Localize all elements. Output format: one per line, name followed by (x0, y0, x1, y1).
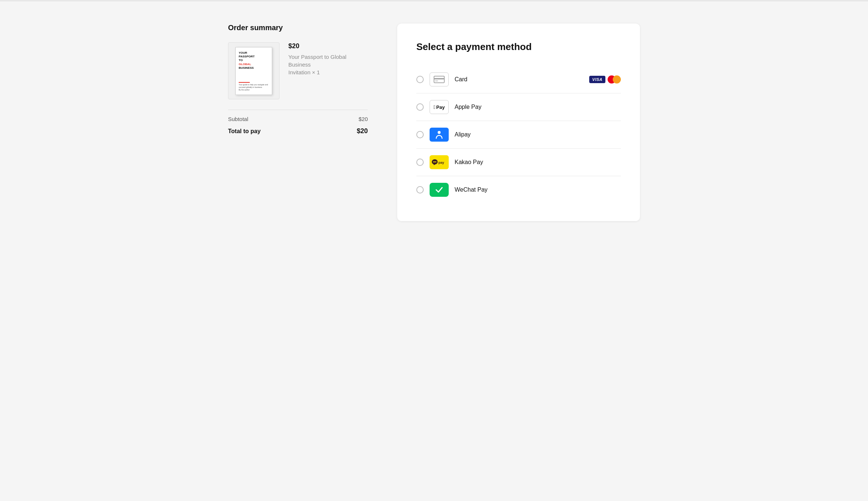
payment-panel: Select a payment method Card VISA (397, 24, 640, 221)
wechat-svg (433, 184, 445, 196)
product-details: $20 Your Passport to Global Business Inv… (288, 42, 368, 76)
page-content: Order summary YOURPASSPORTTOGLOBALBUSINE… (213, 24, 655, 221)
total-row: Total to pay $20 (228, 127, 368, 135)
radio-card[interactable] (416, 76, 424, 83)
kakaopay-icon: pay (430, 155, 449, 169)
product-quantity: Invitation × 1 (288, 69, 320, 75)
svg-point-6 (434, 161, 435, 163)
total-value: $20 (357, 127, 368, 135)
mastercard-badge (608, 75, 621, 84)
product-image: YOURPASSPORTTOGLOBALBUSINESS Your guide … (228, 42, 280, 99)
product-title-text: YOURPASSPORTTOGLOBALBUSINESS (239, 51, 269, 70)
total-label: Total to pay (228, 128, 261, 135)
product-image-inner: YOURPASSPORTTOGLOBALBUSINESS Your guide … (235, 47, 272, 95)
product-name: Your Passport to Global Business Invitat… (288, 53, 368, 76)
book-author: By the author (239, 89, 269, 91)
svg-point-5 (433, 161, 434, 163)
book-bottom: Your guide to help you navigate andsucce… (239, 81, 269, 91)
kakaopay-label: Kakao Pay (455, 159, 483, 166)
book-title-line1: YOURPASSPORTTOGLOBALBUSINESS (239, 51, 269, 70)
radio-alipay[interactable] (416, 131, 424, 138)
card-svg (433, 75, 445, 84)
applepay-text:  Pay (434, 104, 445, 110)
payment-title: Select a payment method (416, 41, 621, 53)
radio-applepay[interactable] (416, 103, 424, 111)
alipay-label: Alipay (455, 131, 471, 138)
card-badges: VISA (589, 75, 621, 84)
card-icon (430, 72, 449, 86)
payment-option-wechat[interactable]: WeChat Pay (416, 176, 621, 203)
book-redline (239, 82, 250, 83)
product-price: $20 (288, 42, 368, 50)
radio-kakaopay[interactable] (416, 159, 424, 166)
radio-wechat[interactable] (416, 186, 424, 193)
alipay-icon (430, 128, 449, 142)
wechat-icon (430, 183, 449, 197)
product-name-text: Your Passport to Global Business (288, 54, 346, 68)
payment-option-kakaopay[interactable]: pay Kakao Pay (416, 149, 621, 176)
book-subtitle: Your guide to help you navigate andsucce… (239, 84, 269, 89)
order-summary-title: Order summary (228, 24, 368, 32)
top-bar (0, 0, 868, 1)
kakaopay-svg: pay (431, 159, 447, 166)
mc-circle-orange (613, 75, 621, 84)
payment-option-applepay[interactable]:  Pay Apple Pay (416, 93, 621, 121)
card-label: Card (455, 76, 467, 83)
svg-point-7 (435, 161, 437, 163)
applepay-label: Apple Pay (455, 104, 481, 110)
apple-symbol:  (434, 104, 435, 110)
product-row: YOURPASSPORTTOGLOBALBUSINESS Your guide … (228, 42, 368, 99)
order-divider (228, 110, 368, 110)
subtotal-value: $20 (359, 116, 368, 122)
wechat-label: WeChat Pay (455, 186, 488, 193)
order-summary: Order summary YOURPASSPORTTOGLOBALBUSINE… (228, 24, 368, 135)
applepay-icon:  Pay (430, 100, 449, 114)
alipay-svg (434, 129, 444, 140)
payment-option-card[interactable]: Card VISA (416, 66, 621, 93)
svg-rect-1 (434, 78, 444, 79)
visa-badge: VISA (589, 76, 605, 83)
subtotal-label: Subtotal (228, 116, 248, 122)
svg-text:pay: pay (438, 161, 444, 164)
svg-rect-2 (435, 81, 438, 81)
applepay-pay-text: Pay (436, 104, 445, 110)
svg-point-3 (438, 131, 441, 134)
payment-option-alipay[interactable]: Alipay (416, 121, 621, 149)
subtotal-row: Subtotal $20 (228, 116, 368, 122)
